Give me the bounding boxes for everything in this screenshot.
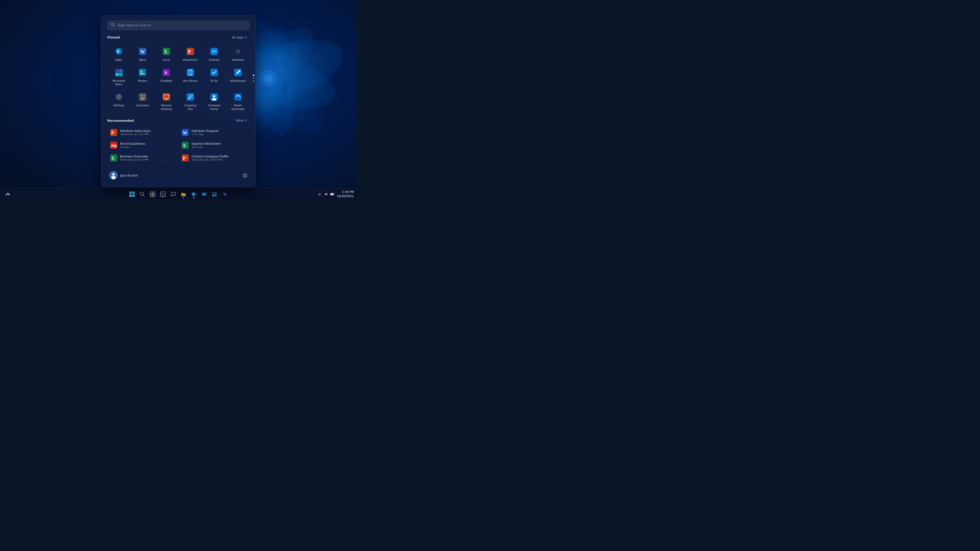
fabrikam-sales-time: Yesterday at 1:15 PM (120, 133, 151, 136)
rec-item-fabrikam-sales[interactable]: P Fabrikam Sales Deck Yesterday at 1:15 … (107, 127, 178, 138)
page-dot-2 (253, 78, 254, 79)
svg-point-76 (111, 176, 116, 179)
taskbar-teams-button[interactable] (220, 189, 229, 199)
rec-item-fabrikam-proposal[interactable]: W Fabrikam Proposal 17m ago (179, 127, 250, 138)
business-overview-time: Yesterday at 4:24 PM (120, 158, 148, 161)
chat-button[interactable] (168, 189, 178, 199)
pinned-app-msstore[interactable]: Microsoft Store (107, 65, 130, 88)
snippingtool-icon (185, 92, 196, 102)
pinned-app-word[interactable]: W Word (131, 44, 154, 64)
show-hidden-icons-button[interactable] (3, 189, 13, 199)
wifi-icon[interactable] (317, 192, 322, 197)
svg-point-97 (225, 192, 226, 193)
svg-text:PDF: PDF (111, 144, 117, 148)
pinned-app-companyportal[interactable]: Company Portal (203, 89, 225, 113)
pinned-app-whiteboard[interactable]: Whiteboard (227, 65, 250, 88)
taskbar-center (127, 189, 229, 199)
recommended-section-header: Recommended More (107, 118, 250, 123)
brand-guidelines-name: Brand Guidelines (120, 142, 145, 146)
svg-point-49 (141, 99, 142, 100)
rec-item-brand-guidelines[interactable]: PDF Brand Guidelines 2h ago (107, 139, 178, 151)
all-apps-button[interactable]: All apps (230, 35, 250, 40)
pinned-app-photos[interactable]: Photos (131, 65, 154, 88)
outlook-icon (201, 192, 207, 197)
svg-rect-84 (153, 192, 155, 194)
edge-icon (113, 46, 124, 57)
pinned-app-todo[interactable]: To Do (203, 65, 225, 88)
expense-worksheet-info: Expense Worksheet 12h ago (192, 142, 221, 149)
system-tray (317, 192, 335, 197)
file-explorer-button[interactable] (178, 189, 188, 199)
pinned-app-yourphone[interactable]: Your Phone (179, 65, 202, 88)
pinned-app-excel[interactable]: X Excel (155, 44, 178, 64)
rec-item-contoso-profile[interactable]: P Contoso Company Profile Yesterday at 1… (179, 152, 250, 164)
todo-icon (209, 67, 220, 78)
store-icon (212, 192, 217, 197)
page-dot-3 (253, 80, 254, 82)
svg-rect-80 (132, 194, 135, 197)
taskbar-edge-button[interactable] (189, 189, 199, 199)
chat-icon (170, 192, 176, 197)
pinned-app-edge[interactable]: Edge (107, 44, 130, 64)
svg-rect-94 (212, 194, 214, 196)
pinned-app-powerpoint[interactable]: P PowerPoint (179, 44, 202, 64)
fabrikam-label: Fabrikam (232, 58, 244, 62)
onenote-icon: N (161, 67, 172, 78)
task-view-button[interactable] (148, 189, 158, 199)
pinned-app-remotedesktop[interactable]: Remote Desktop (155, 89, 178, 113)
settings-label: Settings (113, 104, 124, 107)
word-label: Word (139, 58, 146, 62)
svg-rect-77 (129, 192, 132, 194)
business-overview-icon: X (110, 154, 118, 162)
powerpoint-label: PowerPoint (183, 58, 198, 62)
chevron-right-icon (245, 36, 247, 39)
rec-item-expense-worksheet[interactable]: X Expense Worksheet 12h ago (179, 139, 250, 151)
svg-text:P: P (183, 156, 186, 161)
battery-icon[interactable] (330, 192, 335, 197)
rec-item-business-overview[interactable]: X Business Overview Yesterday at 4:24 PM (107, 152, 178, 164)
pinned-app-snippingtool[interactable]: Snipping Tool (179, 89, 202, 113)
powerautomate-label: Power Automate (229, 104, 247, 111)
svg-rect-85 (150, 194, 153, 197)
business-overview-info: Business Overview Yesterday at 4:24 PM (120, 155, 148, 161)
teams-icon (222, 192, 228, 197)
fabrikam-sales-name: Fabrikam Sales Deck (120, 129, 151, 133)
svg-rect-92 (212, 192, 214, 194)
start-button[interactable] (127, 189, 137, 199)
pinned-app-fabrikam[interactable]: Fabrikam (227, 44, 250, 64)
brand-guidelines-icon: PDF (110, 141, 118, 149)
pinned-app-calculator[interactable]: Calculator (131, 89, 154, 113)
widgets-button[interactable] (158, 189, 168, 199)
svg-point-47 (142, 97, 143, 98)
pinned-section-title: Pinned (107, 35, 120, 39)
pinned-app-powerautomate[interactable]: Power Automate (227, 89, 250, 113)
msstore-label: Microsoft Store (110, 79, 128, 86)
volume-icon[interactable] (324, 192, 329, 197)
edge-label: Edge (115, 58, 122, 62)
powerpoint-icon: P (185, 46, 196, 57)
taskbar-store-button[interactable] (210, 189, 219, 199)
svg-point-96 (223, 192, 224, 194)
pinned-section-header: Pinned All apps (107, 35, 250, 40)
user-account-button[interactable]: Jack Purton (107, 170, 140, 181)
svg-text:X: X (111, 156, 115, 161)
pinned-app-outlook[interactable]: Outlook (203, 44, 225, 64)
svg-rect-79 (129, 194, 132, 197)
calculator-label: Calculator (136, 104, 150, 107)
search-bar[interactable]: Type here to search (107, 21, 250, 30)
system-clock[interactable]: 2:30 PM 10/20/2021 (337, 190, 354, 198)
svg-rect-41 (210, 69, 218, 76)
business-overview-name: Business Overview (120, 155, 148, 158)
chevron-right-icon (245, 119, 247, 122)
svg-point-15 (115, 48, 122, 55)
powerautomate-icon (232, 92, 243, 102)
pinned-app-settings[interactable]: Settings (107, 89, 130, 113)
svg-text:N: N (164, 70, 167, 75)
more-button[interactable]: More (234, 118, 250, 123)
pinned-app-onenote[interactable]: N OneNote (155, 65, 178, 88)
power-button[interactable] (240, 171, 250, 180)
taskbar-outlook-button[interactable] (199, 189, 209, 199)
excel-icon: X (161, 46, 172, 57)
taskbar-search-button[interactable] (137, 189, 147, 199)
svg-point-34 (141, 71, 142, 72)
